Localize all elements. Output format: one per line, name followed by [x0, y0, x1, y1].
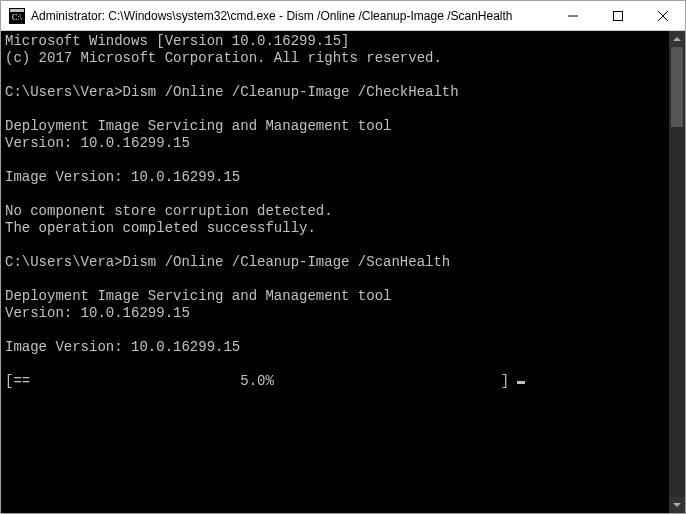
- svg-rect-4: [613, 11, 622, 20]
- scroll-down-button[interactable]: [669, 497, 685, 513]
- line: Version: 10.0.16299.15: [5, 135, 190, 151]
- minimize-button[interactable]: [550, 1, 595, 30]
- chevron-down-icon: [673, 503, 681, 507]
- window-title: Administrator: C:\Windows\system32\cmd.e…: [31, 9, 550, 23]
- svg-text:C:\: C:\: [12, 13, 23, 22]
- window-controls: [550, 1, 685, 30]
- line: C:\Users\Vera>Dism /Online /Cleanup-Imag…: [5, 84, 459, 100]
- line: Microsoft Windows [Version 10.0.16299.15…: [5, 33, 349, 49]
- line: (c) 2017 Microsoft Corporation. All righ…: [5, 50, 442, 66]
- titlebar[interactable]: C:\ Administrator: C:\Windows\system32\c…: [1, 1, 685, 31]
- terminal-area: Microsoft Windows [Version 10.0.16299.15…: [1, 31, 685, 513]
- line: Image Version: 10.0.16299.15: [5, 339, 240, 355]
- cursor: [517, 381, 525, 384]
- close-button[interactable]: [640, 1, 685, 30]
- line: Image Version: 10.0.16299.15: [5, 169, 240, 185]
- svg-rect-1: [10, 9, 24, 12]
- terminal-output[interactable]: Microsoft Windows [Version 10.0.16299.15…: [1, 31, 669, 513]
- line: Deployment Image Servicing and Managemen…: [5, 118, 391, 134]
- scroll-up-button[interactable]: [669, 31, 685, 47]
- vertical-scrollbar[interactable]: [669, 31, 685, 513]
- maximize-button[interactable]: [595, 1, 640, 30]
- line: The operation completed successfully.: [5, 220, 316, 236]
- line: C:\Users\Vera>Dism /Online /Cleanup-Imag…: [5, 254, 450, 270]
- cmd-icon: C:\: [9, 8, 25, 24]
- chevron-up-icon: [673, 37, 681, 41]
- line: Deployment Image Servicing and Managemen…: [5, 288, 391, 304]
- scroll-thumb[interactable]: [671, 47, 683, 127]
- progress-line: [== 5.0% ]: [5, 373, 517, 389]
- line: Version: 10.0.16299.15: [5, 305, 190, 321]
- line: No component store corruption detected.: [5, 203, 333, 219]
